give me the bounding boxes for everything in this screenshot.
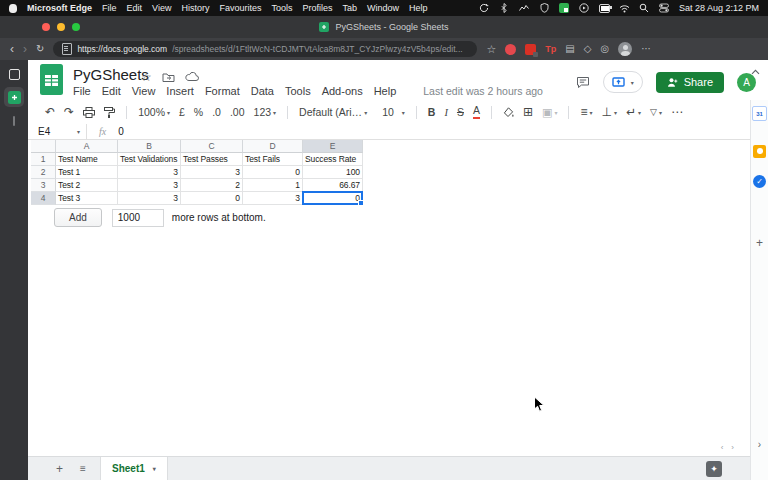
play-status-icon[interactable] [579,3,590,14]
row-header-1[interactable]: 1 [31,153,56,166]
collections-icon[interactable]: ▤ [565,44,574,54]
url-field[interactable]: https://docs.google.com/spreadsheets/d/1… [53,41,477,57]
menu-edit[interactable]: Edit [102,85,121,97]
minimize-window-button[interactable] [57,23,65,31]
collapse-panel-icon[interactable]: › [758,439,761,450]
battery-icon[interactable] [599,3,610,14]
favorite-star-icon[interactable]: ☆ [486,44,496,55]
extension-icon-2[interactable] [525,44,536,55]
menubar-item-tab[interactable]: Tab [342,3,357,13]
cell-C3[interactable]: 2 [181,179,243,192]
scroll-left-icon[interactable]: ‹ [721,443,724,452]
menubar-item-help[interactable]: Help [409,3,428,13]
column-header-B[interactable]: B [118,140,181,153]
fill-color-icon[interactable] [503,107,514,118]
wifi-icon[interactable] [619,3,630,14]
filter-button[interactable]: ▽▾ [650,108,662,117]
menubar-item-profiles[interactable]: Profiles [302,3,332,13]
menubar-app-name[interactable]: Microsoft Edge [27,3,92,13]
present-to-meeting-button[interactable]: ▾ [603,71,643,93]
cell-E3[interactable]: 66.67 [303,179,363,192]
last-edit-status[interactable]: Last edit was 2 hours ago [423,85,543,97]
column-header-D[interactable]: D [243,140,303,153]
read-aloud-icon[interactable]: ◎ [600,44,609,54]
cell-A2[interactable]: Test 1 [56,166,118,179]
back-button[interactable]: ‹ [10,43,14,55]
bluetooth-icon[interactable] [499,3,510,14]
extension-icon-1[interactable] [505,44,516,55]
star-document-icon[interactable]: ☆ [141,71,152,83]
get-addons-icon[interactable]: + [756,236,763,250]
cell-C1[interactable]: Test Passes [181,153,243,166]
merge-cells-button[interactable]: ▣▾ [542,106,557,119]
font-select[interactable]: Default (Ari…▾ [299,106,367,118]
column-header-C[interactable]: C [181,140,243,153]
search-icon[interactable] [639,3,650,14]
cell-A3[interactable]: Test 2 [56,179,118,192]
borders-icon[interactable]: ⊞ [523,106,533,118]
menu-help[interactable]: Help [374,85,397,97]
text-wrap-button[interactable]: ↵▾ [626,106,641,118]
menu-data[interactable]: Data [251,85,274,97]
menubar-item-view[interactable]: View [152,3,171,13]
sheet-tab-sheet1[interactable]: Sheet1 ▾ [100,457,168,480]
zoom-window-button[interactable] [72,23,80,31]
menu-view[interactable]: View [132,85,156,97]
more-formats-button[interactable]: 123▾ [254,106,277,118]
vertical-align-button[interactable]: ⊥▾ [601,106,616,118]
explore-button[interactable]: ✦ [706,461,722,477]
menubar-item-edit[interactable]: Edit [127,3,143,13]
format-currency-button[interactable]: £ [179,106,185,118]
keep-icon[interactable] [753,145,766,158]
vertical-tabs-icon[interactable] [9,69,20,80]
menubar-item-history[interactable]: History [181,3,209,13]
menubar-item-file[interactable]: File [102,3,117,13]
close-window-button[interactable] [42,23,50,31]
undo-icon[interactable]: ↶ [45,106,55,118]
zoom-select[interactable]: 100%▾ [138,106,170,118]
move-to-folder-icon[interactable] [162,72,175,83]
all-sheets-icon[interactable]: ≡ [80,463,85,474]
control-center-icon[interactable] [659,3,670,14]
cell-B3[interactable]: 3 [118,179,181,192]
add-sheet-icon[interactable]: + [56,462,63,476]
select-all-corner[interactable] [31,140,56,153]
menu-format[interactable]: Format [205,85,240,97]
site-info-icon[interactable] [62,43,72,55]
horizontal-align-button[interactable]: ≡▾ [580,106,592,118]
menubar-item-tools[interactable]: Tools [271,3,292,13]
document-title[interactable]: PyGSheets [73,66,149,83]
browser-more-menu[interactable]: ⋯ [641,44,651,54]
add-rows-button[interactable]: Add [54,208,102,227]
browser-essentials-icon[interactable]: ◇ [584,44,592,54]
paint-format-icon[interactable] [104,107,115,118]
document-status-cloud-icon[interactable] [185,72,199,82]
column-header-E-selected[interactable]: E [303,140,363,153]
activity-icon[interactable] [519,3,530,14]
cell-B4[interactable]: 3 [118,192,181,205]
menu-insert[interactable]: Insert [166,85,194,97]
browser-profile-avatar[interactable] [618,42,632,56]
increase-decimal-button[interactable]: .00 [230,106,245,118]
sidebar-active-tab[interactable] [4,87,24,107]
cell-D4[interactable]: 3 [243,192,303,205]
row-header-2[interactable]: 2 [31,166,56,179]
horizontal-scrollbar[interactable]: ‹ › [721,443,734,452]
account-avatar[interactable]: A [737,73,756,92]
menubar-item-window[interactable]: Window [367,3,399,13]
scroll-right-icon[interactable]: › [731,443,734,452]
forward-button[interactable]: › [23,43,27,55]
screen-record-icon[interactable] [559,3,570,14]
cell-B1[interactable]: Test Validations [118,153,181,166]
extension-tp-icon[interactable]: Tp [545,44,556,54]
column-header-A[interactable]: A [56,140,118,153]
collapse-toolbar-icon[interactable] [751,69,760,75]
calendar-icon[interactable]: 31 [752,106,767,121]
cell-E1[interactable]: Success Rate [303,153,363,166]
row-header-4-selected[interactable]: 4 [31,192,56,205]
cell-A4[interactable]: Test 3 [56,192,118,205]
comment-history-icon[interactable] [576,76,590,89]
sync-icon[interactable] [479,3,490,14]
add-rows-count-input[interactable] [112,209,164,227]
formula-input[interactable]: 0 [118,126,124,137]
